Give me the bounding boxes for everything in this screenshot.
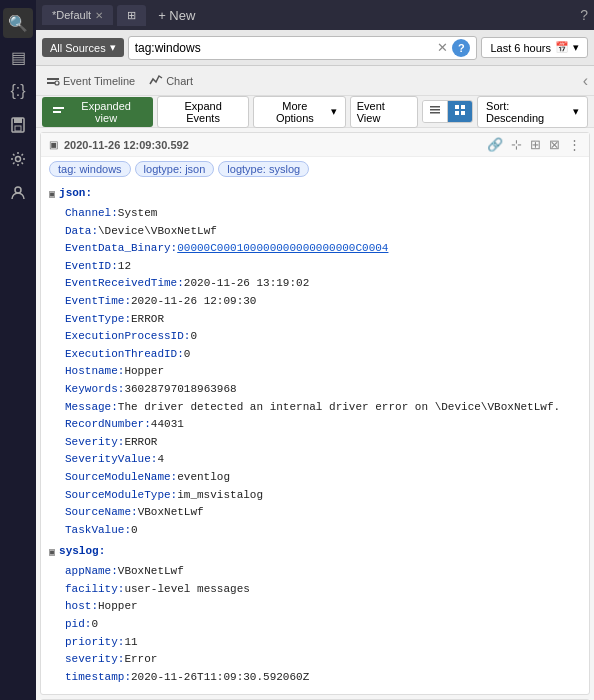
event-target-icon[interactable]: ⊹ (511, 137, 522, 152)
svg-rect-10 (430, 106, 440, 108)
syslog-section-toggle[interactable]: ▣ (49, 543, 55, 561)
json-val-eventrectime: 2020-11-26 13:19:02 (184, 275, 309, 293)
syslog-key-appname: appName: (65, 563, 118, 581)
tag-windows[interactable]: tag: windows (49, 161, 131, 177)
search-help-button[interactable]: ? (452, 39, 470, 57)
json-line-channel: Channel: System (65, 205, 581, 223)
main-content: *Default ✕ ⊞ + New ? All Sources ▾ ✕ ? L… (36, 0, 594, 700)
json-key-taskval: TaskValue: (65, 522, 131, 540)
syslog-facility: facility: user-level messages (65, 581, 581, 599)
expand-events-label: Expand Events (166, 100, 240, 124)
list-view-button[interactable] (423, 101, 448, 122)
new-tab-button[interactable]: + New (150, 4, 203, 27)
json-line-eventid: EventID: 12 (65, 258, 581, 276)
help-icon[interactable]: ? (580, 7, 588, 23)
json-key-execpid: ExecutionProcessID: (65, 328, 190, 346)
json-key-severityval: SeverityValue: (65, 451, 157, 469)
json-line-exectid: ExecutionThreadID: 0 (65, 346, 581, 364)
sort-select[interactable]: Sort: Descending ▾ (477, 96, 588, 128)
json-line-keywords: Keywords: 36028797018963968 (65, 381, 581, 399)
json-line-execpid: ExecutionProcessID: 0 (65, 328, 581, 346)
more-options-button[interactable]: More Options ▾ (253, 96, 346, 128)
time-select[interactable]: Last 6 hours 📅 ▾ (481, 37, 588, 58)
view-tab-collapse-arrow[interactable]: ‹ (583, 72, 588, 90)
event-toggle[interactable]: ▣ (49, 139, 58, 150)
search-input[interactable] (135, 41, 434, 55)
sidebar-icon-user[interactable] (3, 178, 33, 208)
json-val-eventtype: ERROR (131, 311, 164, 329)
timeline-icon (46, 73, 60, 89)
event-timeline-tab[interactable]: Event Timeline (42, 71, 139, 91)
json-key-recordnum: RecordNumber: (65, 416, 151, 434)
chart-icon (149, 73, 163, 89)
json-content: ▣ json: Channel: System Data: \Device\VB… (41, 181, 589, 694)
json-val-srcname: VBoxNetLwf (138, 504, 204, 522)
json-key-eventtype: EventType: (65, 311, 131, 329)
sidebar-icon-search[interactable]: 🔍 (3, 8, 33, 38)
syslog-severity: severity: Error (65, 651, 581, 669)
expand-events-button[interactable]: Expand Events (157, 96, 249, 128)
json-val-srcmodname: eventlog (177, 469, 230, 487)
svg-rect-9 (53, 111, 61, 113)
json-key-eventtime: EventTime: (65, 293, 131, 311)
json-line-srcmodtype: SourceModuleType: im_msvistalog (65, 487, 581, 505)
json-key-message: Message: (65, 399, 118, 417)
tag-logtype-json[interactable]: logtype: json (135, 161, 215, 177)
json-line-severityval: SeverityValue: 4 (65, 451, 581, 469)
event-link-icon[interactable]: 🔗 (487, 137, 503, 152)
json-section-label: json: (59, 185, 92, 203)
json-key-exectid: ExecutionThreadID: (65, 346, 184, 364)
tab-icon: ⊞ (127, 9, 136, 22)
expanded-view-button[interactable]: Expanded view (42, 97, 153, 127)
syslog-appname: appName: VBoxNetLwf (65, 563, 581, 581)
more-options-label: More Options (262, 100, 328, 124)
json-val-severityval: 4 (157, 451, 164, 469)
json-key-srcmodtype: SourceModuleType: (65, 487, 177, 505)
json-val-message: The driver detected an internal driver e… (118, 399, 560, 417)
svg-point-4 (15, 187, 21, 193)
json-key-eventrectime: EventReceivedTime: (65, 275, 184, 293)
svg-rect-11 (430, 109, 440, 111)
event-header: ▣ 2020-11-26 12:09:30.592 🔗 ⊹ ⊞ ⊠ ⋮ (41, 133, 589, 157)
search-clear-button[interactable]: ✕ (437, 40, 448, 55)
source-select[interactable]: All Sources ▾ (42, 38, 124, 57)
source-select-label: All Sources (50, 42, 106, 54)
svg-rect-6 (47, 82, 55, 84)
json-section-toggle[interactable]: ▣ (49, 185, 55, 203)
toolbar: Expanded view Expand Events More Options… (36, 96, 594, 128)
sidebar-icon-code[interactable]: {:} (3, 76, 33, 106)
tab-default[interactable]: *Default ✕ (42, 5, 113, 25)
sort-arrow: ▾ (573, 105, 579, 118)
json-key-srcmodname: SourceModuleName: (65, 469, 177, 487)
more-options-arrow: ▾ (331, 105, 337, 118)
tab-default-close[interactable]: ✕ (95, 10, 103, 21)
content-area[interactable]: ▣ 2020-11-26 12:09:30.592 🔗 ⊹ ⊞ ⊠ ⋮ tag:… (36, 128, 594, 700)
tab-new-icon[interactable]: ⊞ (117, 5, 146, 26)
sidebar-icon-save[interactable] (3, 110, 33, 140)
grid-view-button[interactable] (448, 101, 472, 122)
sidebar-icon-gear[interactable] (3, 144, 33, 174)
calendar-icon: 📅 (555, 41, 569, 54)
json-key-channel: Channel: (65, 205, 118, 223)
syslog-val-severity: Error (124, 651, 157, 669)
json-line-eventdata: EventData_Binary: 00000C0001000000000000… (65, 240, 581, 258)
svg-rect-14 (461, 105, 465, 109)
event-filter-icon[interactable]: ⊞ (530, 137, 541, 152)
event-card: ▣ 2020-11-26 12:09:30.592 🔗 ⊹ ⊞ ⊠ ⋮ tag:… (40, 132, 590, 695)
svg-rect-13 (455, 105, 459, 109)
view-tabs: Event Timeline Chart ‹ (36, 66, 594, 96)
event-actions: 🔗 ⊹ ⊞ ⊠ ⋮ (487, 137, 581, 152)
sidebar-icon-layers[interactable]: ▤ (3, 42, 33, 72)
tag-logtype-syslog[interactable]: logtype: syslog (218, 161, 309, 177)
json-val-eventdata[interactable]: 00000C000100000000000000000C0004 (177, 240, 388, 258)
event-copy-icon[interactable]: ⊠ (549, 137, 560, 152)
json-val-exectid: 0 (184, 346, 191, 364)
source-select-arrow: ▾ (110, 41, 116, 54)
syslog-section-label: syslog: (59, 543, 105, 561)
chart-tab[interactable]: Chart (145, 71, 197, 91)
json-val-channel: System (118, 205, 158, 223)
toolbar-right: Event View Sort: Descending ▾ (350, 96, 588, 128)
event-more-icon[interactable]: ⋮ (568, 137, 581, 152)
svg-rect-1 (14, 118, 22, 123)
json-line-data: Data: \Device\VBoxNetLwf (65, 223, 581, 241)
